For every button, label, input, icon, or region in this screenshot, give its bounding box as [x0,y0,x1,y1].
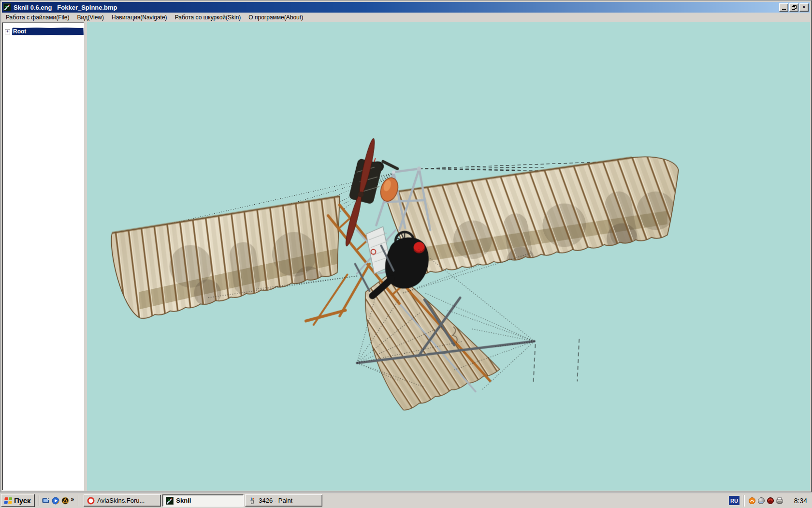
tray-divider [743,495,745,507]
start-label: Пуск [14,496,31,505]
minimize-button[interactable] [779,3,788,12]
menu-view[interactable]: Вид(View) [73,13,108,22]
show-desktop-icon[interactable] [41,495,51,506]
menu-navigate[interactable]: Навигация(Navigate) [108,13,171,22]
windows-flag-icon [3,497,12,505]
tree-row-root: + Root [2,27,84,36]
task-label: Sknil [176,497,191,504]
toolbar-grip[interactable] [37,495,39,506]
model-viewport[interactable] [87,22,810,491]
volume-tray-icon[interactable] [756,496,766,505]
content-area: + Root [2,22,810,491]
task-button-paint[interactable]: 3426 - Paint [245,494,322,507]
antivirus-tray-icon[interactable] [747,496,756,505]
aircraft-3d-render [87,22,810,491]
tree-panel: + Root [2,22,84,491]
propeller-hub [358,192,364,197]
pylon-cap [392,170,395,174]
minimize-icon [782,9,786,10]
menu-file[interactable]: Работа с файлами(File) [2,13,73,22]
taskbar: Пуск » AviaSkins.Foru... [0,493,812,508]
app-window: Sknil 0.6.eng Fokker_Spinne.bmp ✕ Работа… [0,0,812,493]
task-label: 3426 - Paint [259,497,292,504]
taskbar-clock[interactable]: 8:34 [784,497,812,505]
quick-launch-overflow-button[interactable]: » [70,496,76,506]
right-wing [385,157,678,276]
tree-node-root[interactable]: Root [12,28,84,35]
pylon-cap [417,166,421,171]
task-button-aviaskins[interactable]: AviaSkins.Foru... [84,494,161,507]
start-button[interactable]: Пуск [1,494,35,507]
system-tray: RU [729,493,812,508]
opera-icon [87,497,95,505]
close-button[interactable]: ✕ [799,3,809,12]
media-player-icon[interactable] [51,495,60,506]
titlebar[interactable]: Sknil 0.6.eng Fokker_Spinne.bmp ✕ [2,2,810,13]
left-wing [111,196,339,318]
window-title: Sknil 0.6.eng Fokker_Spinne.bmp [14,4,778,11]
task-button-sknil[interactable]: Sknil [162,494,244,507]
sknil-icon [166,497,174,505]
language-indicator[interactable]: RU [729,496,740,505]
task-label: AviaSkins.Foru... [97,497,145,504]
restore-icon [792,5,797,10]
menubar: Работа с файлами(File) Вид(View) Навигац… [2,13,810,22]
restore-button[interactable] [789,3,798,12]
close-icon: ✕ [802,5,806,10]
app-icon [3,3,11,11]
menu-skin[interactable]: Работа со шкуркой(Skin) [171,13,245,22]
tree-expand-button[interactable]: + [5,29,10,34]
printer-tray-icon[interactable] [775,496,784,505]
paint-icon [248,497,256,505]
red-app-tray-icon[interactable] [766,496,775,505]
toolbar-grip[interactable] [78,495,80,506]
menu-about[interactable]: О программе(About) [245,13,307,22]
amber-triangle-app-icon[interactable] [60,495,70,506]
tail-control-wires [534,339,580,382]
